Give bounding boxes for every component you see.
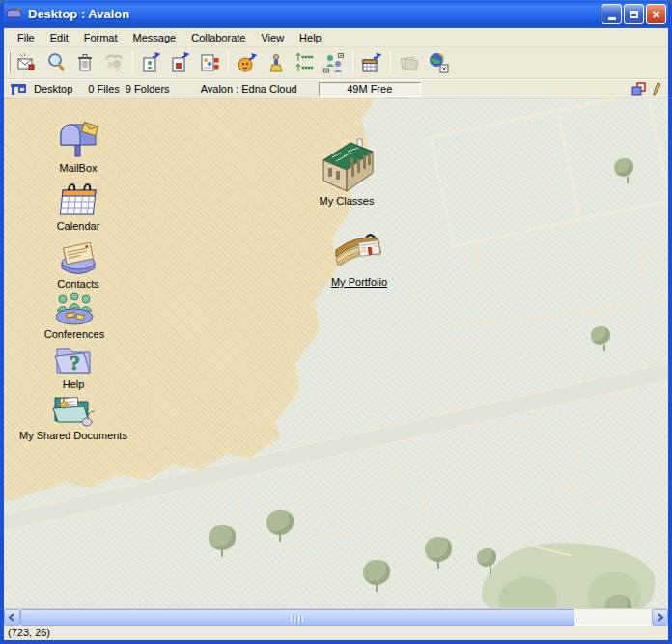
desktop-item-label: My Portfolio <box>329 276 389 288</box>
upload-file-icon <box>140 51 163 74</box>
stationery-icon <box>398 51 421 74</box>
scrollbar-thumb[interactable] <box>20 609 574 626</box>
toolbar <box>4 47 668 79</box>
layers-icon[interactable] <box>631 82 647 96</box>
desktop-item-label: My Shared Documents <box>17 430 129 441</box>
portfolio-icon <box>306 230 412 274</box>
presentation-icon <box>265 51 288 74</box>
mailbox-icon <box>25 122 131 160</box>
horizontal-scrollbar[interactable] <box>4 608 668 625</box>
group-accounts-icon <box>322 51 346 74</box>
edit-pencil-icon[interactable] <box>653 82 662 96</box>
upload-file-button[interactable] <box>138 49 165 76</box>
desktop-item-label: Contacts <box>55 278 100 290</box>
toolbar-separator <box>228 51 229 74</box>
stationery-button <box>396 49 423 76</box>
toolbar-separator <box>390 51 391 74</box>
menu-bar: File Edit Format Message Collaborate Vie… <box>4 28 668 47</box>
title-bar[interactable]: Desktop : Avalon × <box>0 0 672 28</box>
open-calendar-icon <box>360 51 383 74</box>
desktop-item-calendar[interactable]: Calendar <box>25 182 131 232</box>
map-building-outline <box>429 98 668 248</box>
instant-message-button <box>100 49 127 76</box>
folder-count: 9 Folders <box>126 83 170 95</box>
window-title: Desktop : Avalon <box>28 7 602 21</box>
desktop-view-icon <box>10 82 27 96</box>
new-message-icon <box>15 51 39 74</box>
help-icon: ? <box>20 344 126 377</box>
instant-message-icon <box>102 51 126 74</box>
desktop-item-label: My Classes <box>318 195 377 207</box>
free-space-indicator: 49M Free <box>319 82 421 97</box>
desktop-item-my-portfolio[interactable]: My Portfolio <box>306 230 412 288</box>
calendar-icon <box>25 182 131 218</box>
schoolhouse-icon <box>294 137 400 193</box>
group-accounts-button[interactable] <box>321 49 348 76</box>
desktop-item-conferences[interactable]: Conferences <box>21 292 127 340</box>
desktop-item-mailbox[interactable]: MailBox <box>25 122 131 174</box>
close-button[interactable]: × <box>646 4 666 24</box>
status-bar: (723, 26) <box>4 625 668 640</box>
menu-file[interactable]: File <box>10 30 42 45</box>
desktop-item-label: Conferences <box>42 328 106 340</box>
menu-collaborate[interactable]: Collaborate <box>183 30 253 45</box>
whos-online-button[interactable] <box>234 49 261 76</box>
permissions-icon <box>294 51 317 74</box>
contacts-icon <box>25 238 131 276</box>
app-window: Desktop : Avalon × File Edit Format Mess… <box>0 0 672 644</box>
menu-help[interactable]: Help <box>292 30 329 45</box>
maximize-button[interactable] <box>624 4 644 24</box>
map-tree <box>604 595 631 608</box>
permissions-button[interactable] <box>292 49 319 76</box>
info-bar: Desktop 0 Files 9 Folders Avalon : Edna … <box>4 79 668 98</box>
whos-online-icon <box>236 51 259 74</box>
desktop-item-help[interactable]: ? Help <box>20 344 126 390</box>
open-calendar-button[interactable] <box>358 49 385 76</box>
presentation-button[interactable] <box>263 49 290 76</box>
map-tree <box>209 525 236 550</box>
toolbar-separator <box>132 51 133 74</box>
map-greenspace <box>482 543 656 608</box>
desktop-item-label: Help <box>61 378 87 390</box>
scrollbar-track[interactable] <box>574 609 652 625</box>
delete-icon <box>73 51 97 74</box>
upload-document-icon <box>169 51 192 74</box>
shared-documents-icon <box>11 391 136 428</box>
desktop-item-shared-documents[interactable]: My Shared Documents <box>11 391 136 441</box>
desktop-item-label: Calendar <box>55 220 102 232</box>
desktop-item-contacts[interactable]: Contacts <box>25 238 131 290</box>
conferences-icon <box>21 292 127 326</box>
web-publish-button[interactable] <box>425 49 452 76</box>
search-button[interactable] <box>42 49 70 76</box>
desktop-map-area[interactable]: MailBox Calendar <box>4 98 668 608</box>
map-tree <box>591 326 610 345</box>
svg-text:?: ? <box>70 350 80 375</box>
minimize-button[interactable] <box>602 4 622 24</box>
desktop-item-my-classes[interactable]: My Classes <box>294 137 400 207</box>
toolbar-separator <box>352 51 353 74</box>
new-message-button[interactable] <box>14 49 41 76</box>
menu-edit[interactable]: Edit <box>42 30 76 45</box>
menu-view[interactable]: View <box>253 30 292 45</box>
toolbar-grip-handle[interactable] <box>8 52 11 73</box>
document-form-button[interactable] <box>196 49 223 76</box>
map-path-line <box>444 299 668 330</box>
scroll-left-button[interactable] <box>4 609 20 626</box>
document-form-icon <box>198 51 221 74</box>
map-path-line <box>638 238 646 287</box>
map-tree <box>363 560 390 585</box>
menu-format[interactable]: Format <box>76 30 126 45</box>
upload-document-button[interactable] <box>167 49 194 76</box>
map-tree <box>425 537 452 562</box>
desktop-item-label: MailBox <box>57 162 98 174</box>
map-tree <box>477 548 496 567</box>
menu-message[interactable]: Message <box>126 30 184 45</box>
cursor-coordinates: (723, 26) <box>8 627 50 638</box>
search-icon <box>44 51 68 74</box>
delete-button[interactable] <box>71 49 98 76</box>
web-publish-icon <box>427 51 450 74</box>
view-label: Desktop <box>34 83 72 95</box>
app-mailbox-icon <box>6 7 23 22</box>
connection-label: Avalon : Edna Cloud <box>201 83 297 95</box>
scroll-right-button[interactable] <box>652 609 668 626</box>
